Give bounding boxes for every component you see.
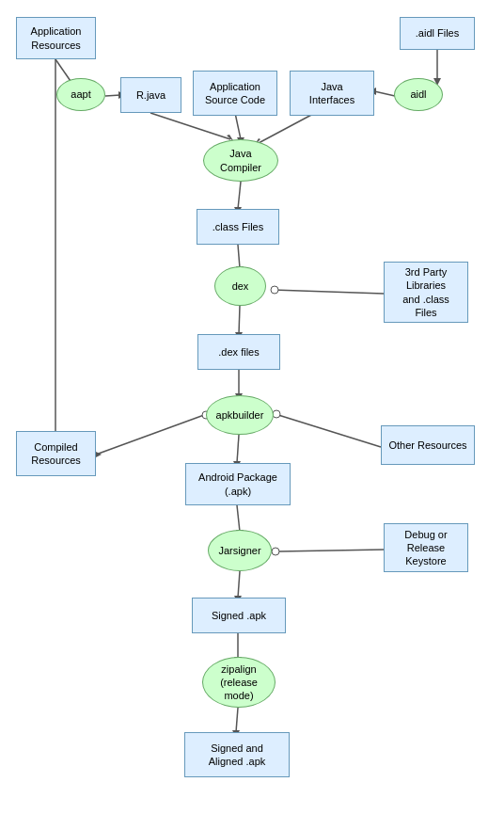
svg-line-26 xyxy=(278,415,381,447)
zipalign-node: zipalign(releasemode) xyxy=(202,657,276,708)
dex-files-node: .dex files xyxy=(197,334,280,370)
svg-line-30 xyxy=(237,435,239,463)
svg-line-4 xyxy=(105,95,120,96)
svg-line-22 xyxy=(239,306,240,334)
svg-point-27 xyxy=(273,410,280,418)
signed-apk-node: Signed .apk xyxy=(192,598,286,633)
svg-point-21 xyxy=(271,286,278,294)
dex-node: dex xyxy=(214,266,266,306)
debug-release-node: Debug orReleaseKeystore xyxy=(384,523,468,572)
svg-line-36 xyxy=(238,571,240,598)
other-resources-node: Other Resources xyxy=(381,425,475,465)
aapt-node: aapt xyxy=(56,78,105,111)
signed-aligned-node: Signed andAligned .apk xyxy=(184,732,290,777)
svg-point-35 xyxy=(272,548,279,555)
svg-line-8 xyxy=(374,91,395,96)
compiled-resources-node: CompiledResources xyxy=(16,431,96,476)
svg-line-28 xyxy=(96,415,204,455)
third-party-node: 3rd PartyLibrariesand .classFiles xyxy=(384,262,468,323)
diagram: Application Resources .aidl Files aapt R… xyxy=(0,0,504,830)
rjava-node: R.java xyxy=(120,77,181,113)
jarsigner-node: Jarsigner xyxy=(208,530,272,571)
svg-line-16 xyxy=(238,182,241,209)
svg-line-34 xyxy=(278,550,384,551)
aidl-files-node: .aidl Files xyxy=(400,17,475,50)
java-compiler-node: JavaCompiler xyxy=(203,139,278,182)
aidl-node: aidl xyxy=(394,78,443,111)
apkbuilder-node: apkbuilder xyxy=(206,395,274,435)
svg-line-18 xyxy=(238,245,240,268)
app-resources-node: Application Resources xyxy=(16,17,96,59)
java-interfaces-node: JavaInterfaces xyxy=(290,71,374,116)
class-files-node: .class Files xyxy=(197,209,279,245)
android-package-node: Android Package(.apk) xyxy=(185,463,291,505)
svg-line-14 xyxy=(259,113,315,143)
svg-line-12 xyxy=(235,113,241,139)
svg-line-20 xyxy=(273,290,384,294)
svg-line-10 xyxy=(150,113,230,139)
svg-line-32 xyxy=(237,505,240,532)
app-source-code-node: ApplicationSource Code xyxy=(193,71,277,116)
svg-line-40 xyxy=(236,708,238,732)
